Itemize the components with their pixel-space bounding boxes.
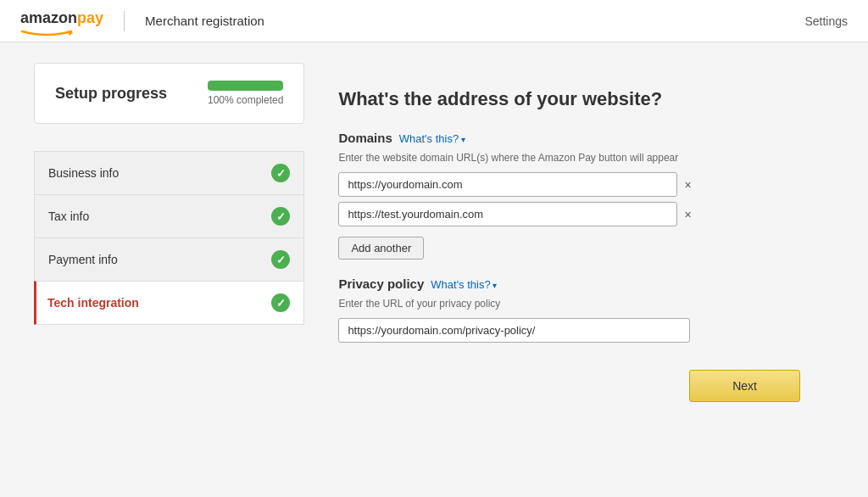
setup-progress-card: Setup progress 100% completed [34, 63, 304, 124]
footer-area: Next [338, 370, 834, 402]
privacy-policy-section: Privacy policy What's this? Enter the UR… [338, 276, 834, 343]
sidebar-item-label: Payment info [48, 253, 118, 266]
domains-description: Enter the website domain URL(s) where th… [338, 152, 834, 164]
setup-progress-label: Setup progress [55, 85, 174, 103]
next-button[interactable]: Next [689, 370, 800, 402]
domains-section: Domains What's this? Enter the website d… [338, 131, 834, 260]
sidebar-item-label: Tech integration [47, 296, 139, 310]
header-left: amazon pay Merchant registration [20, 9, 264, 32]
privacy-label: Privacy policy [338, 276, 424, 291]
header: amazon pay Merchant registration Setting… [0, 0, 868, 42]
sidebar-item-tech-integration[interactable]: Tech integration [34, 281, 304, 325]
privacy-whats-this[interactable]: What's this? [431, 278, 497, 291]
content-inner: What's the address of your website? Doma… [338, 63, 834, 402]
privacy-header-row: Privacy policy What's this? [338, 276, 834, 294]
domain-input-row-2: × [338, 202, 834, 226]
progress-bar-background [208, 81, 283, 91]
logo-amazon-text: amazon [20, 9, 77, 27]
sidebar-item-business-info[interactable]: Business info [34, 151, 304, 194]
header-title: Merchant registration [145, 14, 264, 28]
domain-input-1[interactable] [338, 172, 677, 197]
progress-right: 100% completed [208, 81, 283, 106]
domains-label: Domains [338, 131, 392, 145]
sidebar-item-label: Business info [48, 166, 119, 180]
sidebar-nav: Business info Tax info Payment info Tech… [34, 151, 304, 325]
check-icon-tax-info [271, 207, 290, 226]
privacy-input[interactable] [338, 318, 690, 343]
domain-input-row-1: × [338, 172, 834, 197]
settings-link[interactable]: Settings [804, 14, 848, 28]
check-icon-tech-integration [271, 293, 290, 312]
domain-clear-2[interactable]: × [677, 204, 698, 225]
domain-clear-1[interactable]: × [677, 175, 698, 195]
check-icon-payment-info [271, 250, 290, 269]
main-layout: Setup progress 100% completed Business i… [0, 42, 868, 497]
sidebar-item-payment-info[interactable]: Payment info [34, 237, 304, 281]
domains-header-row: Domains What's this? [338, 131, 834, 148]
sidebar-item-tax-info[interactable]: Tax info [34, 194, 304, 237]
check-icon-business-info [271, 164, 290, 182]
page-title: What's the address of your website? [338, 88, 834, 110]
logo-smile-icon [20, 25, 73, 32]
privacy-description: Enter the URL of your privacy policy [338, 298, 834, 310]
progress-percent-text: 100% completed [208, 94, 283, 106]
add-another-button[interactable]: Add another [338, 237, 424, 260]
domain-input-2[interactable] [338, 202, 677, 226]
header-divider [124, 11, 125, 31]
amazon-pay-logo: amazon pay [20, 9, 103, 32]
progress-bar-fill [208, 81, 283, 91]
left-column: Setup progress 100% completed Business i… [34, 63, 304, 477]
logo-pay-text: pay [77, 9, 103, 27]
domains-whats-this[interactable]: What's this? [399, 132, 465, 145]
setup-progress-section: Setup progress 100% completed [34, 63, 304, 137]
content-area: What's the address of your website? Doma… [338, 63, 834, 477]
sidebar-item-label: Tax info [48, 209, 89, 223]
